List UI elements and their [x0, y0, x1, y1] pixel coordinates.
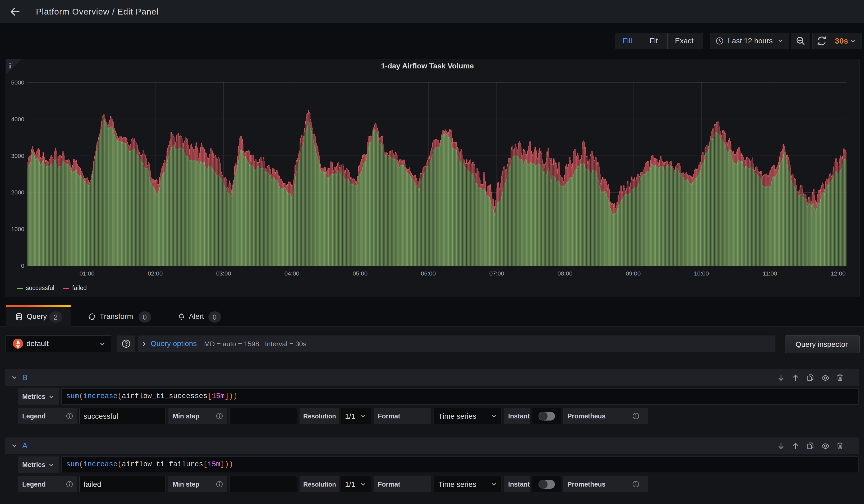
- svg-text:09:00: 09:00: [626, 270, 640, 277]
- svg-text:01:00: 01:00: [80, 270, 94, 277]
- svg-text:3000: 3000: [11, 153, 24, 159]
- svg-text:i: i: [9, 61, 11, 70]
- svg-text:08:00: 08:00: [557, 270, 572, 277]
- svg-text:5000: 5000: [11, 79, 24, 86]
- svg-text:11:00: 11:00: [763, 270, 777, 277]
- svg-text:05:00: 05:00: [353, 270, 368, 277]
- svg-text:06:00: 06:00: [421, 270, 436, 277]
- svg-text:07:00: 07:00: [489, 270, 504, 277]
- svg-text:02:00: 02:00: [148, 270, 163, 277]
- svg-text:04:00: 04:00: [285, 270, 299, 277]
- svg-text:03:00: 03:00: [216, 270, 231, 277]
- svg-text:1000: 1000: [11, 226, 24, 232]
- svg-text:12:00: 12:00: [831, 270, 845, 277]
- svg-text:2000: 2000: [11, 189, 24, 196]
- svg-text:4000: 4000: [11, 116, 24, 123]
- svg-text:0: 0: [21, 262, 24, 269]
- svg-text:10:00: 10:00: [694, 270, 709, 277]
